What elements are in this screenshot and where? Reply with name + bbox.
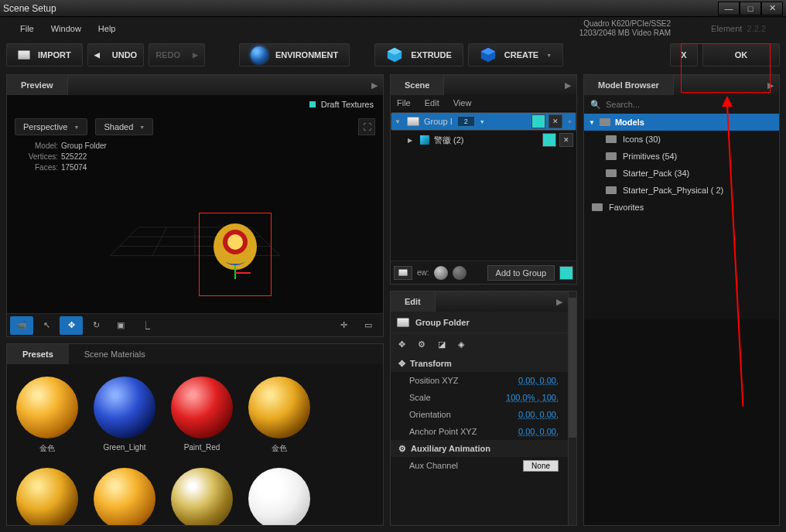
svg-line-9	[152, 227, 166, 256]
scale-tool[interactable]: ▣	[109, 316, 132, 335]
browser-content[interactable]	[584, 319, 779, 525]
scale-value[interactable]: 100.0% , 100.	[506, 393, 559, 402]
preset-item[interactable]: 金色	[16, 377, 78, 454]
svg-line-8	[110, 227, 138, 256]
item-arrow-icon[interactable]: ▶	[408, 137, 415, 144]
preset-item[interactable]	[171, 468, 233, 525]
presets-tab[interactable]: Presets	[7, 344, 69, 364]
folder-icon	[397, 318, 409, 327]
group-visibility-toggle[interactable]	[531, 114, 545, 128]
materials-tab[interactable]: Scene Materials	[69, 344, 161, 364]
rotate-tool[interactable]: ↻	[84, 316, 108, 335]
scene-menu-file[interactable]: File	[397, 98, 411, 107]
group-toggle-button[interactable]	[559, 266, 573, 280]
minimize-button[interactable]: —	[718, 2, 740, 15]
environment-button[interactable]: ENVIRONMENT	[239, 43, 350, 66]
preview-expand-icon[interactable]: ▶	[366, 80, 383, 90]
item-delete-button[interactable]: ✕	[559, 133, 573, 147]
orient-value[interactable]: 0.00, 0.00,	[518, 410, 559, 419]
browser-item[interactable]: Starter_Pack (34)	[584, 165, 779, 182]
sphere2-button[interactable]	[453, 266, 466, 280]
material-sphere	[248, 468, 310, 525]
browser-expand-icon[interactable]: ▶	[762, 80, 779, 90]
fullscreen-button[interactable]: ⛶	[358, 118, 375, 135]
menu-help[interactable]: Help	[98, 24, 116, 33]
cube-edit-icon[interactable]: ◪	[438, 339, 446, 350]
scene-expand-icon[interactable]: ▶	[559, 80, 576, 90]
material-sphere	[94, 377, 155, 438]
new-folder-button[interactable]	[394, 266, 412, 280]
diamond-icon[interactable]: ◈	[458, 339, 464, 350]
favorites-row[interactable]: Favorites	[584, 199, 779, 216]
screen-tool[interactable]: ▭	[357, 316, 380, 335]
presets-grid[interactable]: 金色Green_LightPaint_Red金色	[7, 364, 383, 525]
add-to-group-button[interactable]: Add to Group	[487, 265, 555, 281]
import-button[interactable]: IMPORT	[6, 43, 83, 66]
shade-mode-select[interactable]: Shaded	[95, 118, 153, 135]
anchor-tool[interactable]: ⎿	[134, 316, 157, 335]
group-delete-button[interactable]: ✕	[548, 114, 562, 128]
folder-icon	[606, 152, 617, 160]
scene-tab[interactable]: Scene	[391, 75, 444, 95]
preset-item[interactable]: Paint_Red	[171, 377, 233, 454]
folder-icon	[18, 50, 30, 60]
aux-channel-button[interactable]: None	[523, 460, 559, 472]
anchor-value[interactable]: 0.00, 0.00,	[518, 427, 559, 436]
scene-menu-view[interactable]: View	[453, 98, 472, 107]
group-arrow-icon[interactable]: ▼	[395, 118, 402, 125]
transform-head: Transform	[410, 359, 452, 368]
pointer-tool[interactable]: ↖	[35, 316, 58, 335]
camera-tool[interactable]: 📹	[10, 316, 33, 335]
sphere1-button[interactable]	[434, 266, 448, 280]
browser-item[interactable]: Primitives (54)	[584, 148, 779, 165]
models-head[interactable]: ▼ Models	[584, 114, 779, 131]
menu-file[interactable]: File	[20, 24, 34, 33]
scene-menu-edit[interactable]: Edit	[425, 98, 439, 107]
edit-expand-icon[interactable]: ▶	[551, 297, 568, 307]
undo-button[interactable]: UNDO	[87, 43, 144, 66]
x-button[interactable]: X	[670, 43, 698, 66]
preview-tab[interactable]: Preview	[7, 75, 68, 95]
item-visibility-toggle[interactable]	[542, 133, 556, 147]
folder-icon	[606, 135, 617, 143]
tree-item-row[interactable]: ▶ 警徽 (2) ✕	[391, 131, 576, 149]
extrude-button[interactable]: EXTRUDE	[374, 43, 463, 66]
edit-scrollbar[interactable]	[568, 292, 576, 525]
move-tool[interactable]: ✥	[60, 316, 83, 335]
preset-item[interactable]	[94, 468, 155, 525]
browser-item[interactable]: Icons (30)	[584, 131, 779, 148]
browser-item[interactable]: Starter_Pack_Physical ( 2)	[584, 182, 779, 199]
group-name: Group I	[424, 117, 453, 126]
preset-item[interactable]: Green_Light	[94, 377, 155, 454]
view-mode-select[interactable]: Perspective	[15, 118, 87, 135]
scale-label: Scale	[409, 393, 506, 402]
search-input[interactable]	[606, 100, 773, 109]
ok-button[interactable]: OK	[702, 43, 780, 66]
create-button[interactable]: CREATE ▼	[468, 43, 563, 66]
preset-item[interactable]: 金色	[248, 377, 310, 454]
preset-item[interactable]	[248, 468, 310, 525]
maximize-button[interactable]: □	[740, 2, 761, 15]
gpu-name: Quadro K620/PCIe/SSE2	[579, 19, 671, 29]
browser-tab[interactable]: Model Browser	[584, 75, 674, 95]
menu-window[interactable]: Window	[51, 24, 81, 33]
focus-tool[interactable]: ✛	[332, 316, 355, 335]
folder-icon	[407, 117, 419, 126]
move-icon[interactable]: ✥	[398, 339, 405, 350]
draft-checkbox[interactable]	[309, 101, 316, 108]
group-row[interactable]: ▼ Group I 2 ▼ ✕	[391, 112, 576, 131]
gear-icon[interactable]: ⚙	[418, 339, 425, 350]
material-sphere	[248, 377, 310, 438]
preset-label: Paint_Red	[184, 443, 220, 452]
browser-tree[interactable]: ▼ Models Icons (30)Primitives (54)Starte…	[584, 114, 779, 319]
close-button[interactable]: ✕	[761, 2, 783, 15]
preview-viewport[interactable]: Draft Textures Perspective Shaded ⛶ Mode…	[7, 95, 383, 313]
pos-value[interactable]: 0.00, 0.00,	[518, 376, 559, 385]
redo-button[interactable]: REDO	[149, 43, 205, 66]
edit-tab[interactable]: Edit	[391, 292, 436, 312]
preset-item[interactable]	[16, 468, 78, 525]
scene-tree[interactable]: ▼ Group I 2 ▼ ✕ ▶	[391, 111, 576, 261]
material-sphere	[171, 377, 233, 438]
edit-title: Group Folder	[415, 318, 470, 327]
emblem-model	[208, 219, 262, 281]
